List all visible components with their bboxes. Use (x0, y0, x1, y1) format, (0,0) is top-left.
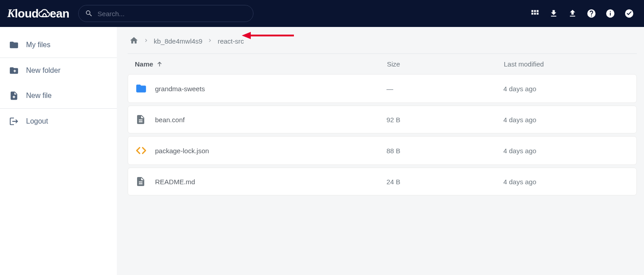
folder-icon (135, 83, 155, 94)
breadcrumb: kb_8de4mwl4s9 react-src (128, 33, 637, 54)
breadcrumb-home[interactable] (129, 36, 138, 46)
home-icon (129, 36, 138, 45)
sidebar-item-new-folder[interactable]: New folder (0, 58, 117, 83)
row-modified: 4 days ago (503, 178, 629, 186)
file-icon (135, 176, 155, 187)
new-folder-icon (9, 66, 19, 75)
column-header-size[interactable]: Size (387, 60, 504, 68)
row-modified: 4 days ago (503, 85, 629, 93)
code-file-icon (135, 145, 155, 156)
svg-rect-8 (610, 11, 611, 12)
sidebar-item-label: New file (26, 92, 52, 100)
column-header-name[interactable]: Name (135, 60, 387, 68)
table-header: Name Size Last modified (128, 54, 637, 74)
table-row[interactable]: package-lock.json 88 B 4 days ago (128, 136, 637, 165)
download-icon[interactable] (549, 9, 559, 18)
svg-rect-3 (532, 13, 533, 14)
help-icon[interactable] (586, 9, 596, 18)
row-name: bean.conf (155, 116, 386, 124)
folder-icon (9, 40, 19, 50)
brand-logo[interactable]: Kloudean (7, 7, 69, 21)
row-size: — (386, 85, 503, 93)
logout-icon (9, 116, 19, 126)
sidebar-item-label: Logout (26, 117, 48, 125)
grid-view-icon[interactable] (530, 9, 540, 18)
content-area: kb_8de4mwl4s9 react-src Name Size Last m… (117, 27, 644, 275)
sidebar-item-new-file[interactable]: New file (0, 83, 117, 108)
svg-rect-2 (537, 10, 538, 12)
svg-rect-1 (534, 10, 536, 12)
search-icon (85, 9, 93, 18)
svg-rect-7 (610, 13, 611, 15)
chevron-right-icon (143, 37, 149, 45)
check-circle-icon[interactable] (624, 9, 634, 18)
sidebar: My files New folder New file Logout (0, 27, 117, 275)
table-row[interactable]: README.md 24 B 4 days ago (128, 168, 637, 195)
sidebar-item-label: New folder (26, 67, 60, 75)
row-name: grandma-sweets (155, 85, 386, 93)
upload-icon[interactable] (568, 9, 577, 18)
row-modified: 4 days ago (503, 147, 629, 155)
svg-rect-4 (534, 13, 536, 14)
topbar: Kloudean (0, 0, 644, 27)
search-input[interactable] (98, 10, 247, 18)
breadcrumb-item-1[interactable]: react-src (218, 37, 244, 45)
breadcrumb-item-0[interactable]: kb_8de4mwl4s9 (154, 37, 202, 45)
sidebar-item-logout[interactable]: Logout (0, 109, 117, 134)
info-icon[interactable] (605, 9, 615, 18)
chevron-right-icon (207, 37, 213, 45)
svg-rect-5 (537, 13, 538, 14)
column-header-modified[interactable]: Last modified (504, 60, 630, 68)
search-box[interactable] (78, 5, 253, 22)
row-size: 88 B (386, 147, 503, 155)
row-size: 92 B (386, 116, 503, 124)
row-name: README.md (155, 178, 386, 186)
sidebar-item-my-files[interactable]: My files (0, 32, 117, 58)
table-row[interactable]: grandma-sweets — 4 days ago (128, 74, 637, 103)
sort-asc-icon (156, 61, 163, 68)
table-row[interactable]: bean.conf 92 B 4 days ago (128, 106, 637, 133)
svg-rect-0 (532, 10, 533, 12)
row-modified: 4 days ago (503, 116, 629, 124)
new-file-icon (9, 91, 19, 101)
sidebar-item-label: My files (26, 41, 50, 49)
row-size: 24 B (386, 178, 503, 186)
file-icon (135, 114, 155, 125)
row-name: package-lock.json (155, 147, 386, 155)
